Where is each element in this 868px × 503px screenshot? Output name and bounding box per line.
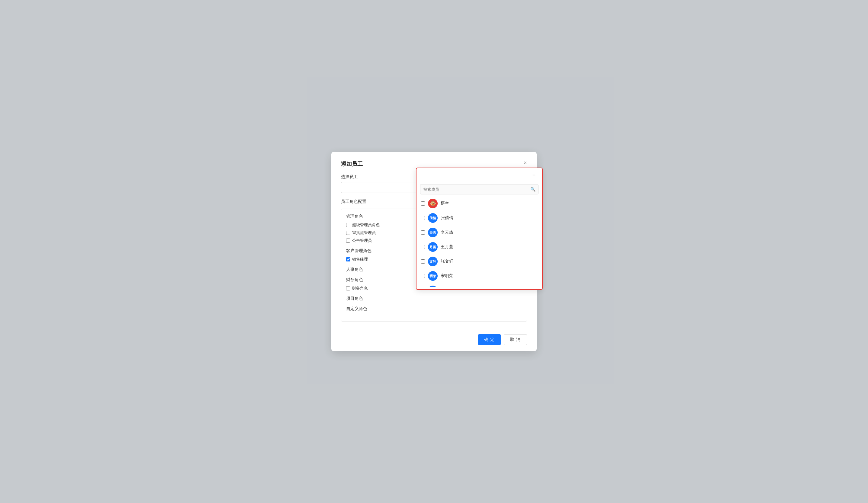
member-item-zhangqianqian[interactable]: 倩情 张倩倩: [416, 211, 542, 225]
member-avatar-songmingrong: 明荣: [428, 271, 438, 281]
role-checkbox-super-admin[interactable]: [346, 223, 350, 227]
modal-title: 添加员工: [341, 160, 527, 168]
role-label-sales-manager: 销售经理: [352, 256, 368, 262]
member-avatar-wukong: 🐵: [428, 199, 438, 208]
project-role-group: 项目角色: [346, 296, 522, 301]
close-button[interactable]: ×: [521, 158, 529, 167]
member-checkbox-liyunjie[interactable]: [421, 230, 425, 234]
member-checkbox-zhangqianqian[interactable]: [421, 216, 425, 220]
role-checkbox-workflow-admin[interactable]: [346, 231, 350, 235]
search-icon: 🔍: [530, 187, 536, 192]
custom-group-title: 自定义角色: [346, 306, 522, 312]
member-name-zhangqianqian: 张倩倩: [441, 215, 453, 221]
add-employee-modal: 添加员工 × 选择员工 员工角色配置 管理角色 超级管理员角色: [331, 152, 537, 351]
member-dropdown: + 🔍 🐵 悟空 倩情 张倩倩: [416, 168, 543, 290]
role-checkbox-sales-manager[interactable]: [346, 257, 350, 261]
member-avatar-wangyueman: 月蔓: [428, 242, 438, 252]
member-item-lichengli[interactable]: 诚丽 李诚丽: [416, 283, 542, 287]
member-name-liyunjie: 李云杰: [441, 230, 453, 235]
confirm-button[interactable]: 确 定: [478, 334, 501, 345]
role-label-finance-role: 财务角色: [352, 286, 368, 291]
role-label-announcement-admin: 公告管理员: [352, 238, 372, 243]
dropdown-add-button[interactable]: +: [530, 171, 538, 179]
member-search-input[interactable]: [420, 184, 538, 195]
member-name-wangyueman: 王月蔓: [441, 244, 453, 250]
member-item-wukong[interactable]: 🐵 悟空: [416, 196, 542, 211]
member-checkbox-wukong[interactable]: [421, 201, 425, 206]
member-avatar-zhangqianqian: 倩情: [428, 213, 438, 223]
project-group-title: 项目角色: [346, 296, 522, 301]
member-avatar-lichengli: 诚丽: [428, 286, 438, 287]
plus-icon: +: [533, 172, 536, 178]
cancel-button[interactable]: 取 消: [504, 334, 527, 345]
member-checkbox-songmingrong[interactable]: [421, 274, 425, 278]
member-name-wukong: 悟空: [441, 201, 449, 206]
member-item-songmingrong[interactable]: 明荣 宋明荣: [416, 269, 542, 283]
member-item-zhangwenxuan[interactable]: 文轩 张文轩: [416, 254, 542, 269]
modal-overlay: 添加员工 × 选择员工 员工角色配置 管理角色 超级管理员角色: [0, 0, 868, 503]
member-avatar-zhangwenxuan: 文轩: [428, 256, 438, 266]
close-icon: ×: [524, 160, 527, 166]
member-checkbox-zhangwenxuan[interactable]: [421, 259, 425, 264]
member-list: 🐵 悟空 倩情 张倩倩 云杰 李云杰 月蔓: [416, 196, 542, 287]
custom-role-group: 自定义角色: [346, 306, 522, 312]
member-item-liyunjie[interactable]: 云杰 李云杰: [416, 225, 542, 240]
member-avatar-liyunjie: 云杰: [428, 228, 438, 237]
modal-footer: 确 定 取 消: [478, 334, 527, 345]
role-label-super-admin: 超级管理员角色: [352, 222, 380, 228]
dropdown-header: +: [416, 168, 542, 181]
role-checkbox-finance-role[interactable]: [346, 286, 350, 291]
member-name-zhangwenxuan: 张文轩: [441, 259, 453, 264]
member-checkbox-wangyueman[interactable]: [421, 245, 425, 249]
member-item-wangyueman[interactable]: 月蔓 王月蔓: [416, 240, 542, 254]
dropdown-search-container: 🔍: [420, 184, 538, 195]
member-name-songmingrong: 宋明荣: [441, 273, 453, 279]
role-checkbox-announcement-admin[interactable]: [346, 239, 350, 243]
role-label-workflow-admin: 审批流管理员: [352, 230, 376, 235]
